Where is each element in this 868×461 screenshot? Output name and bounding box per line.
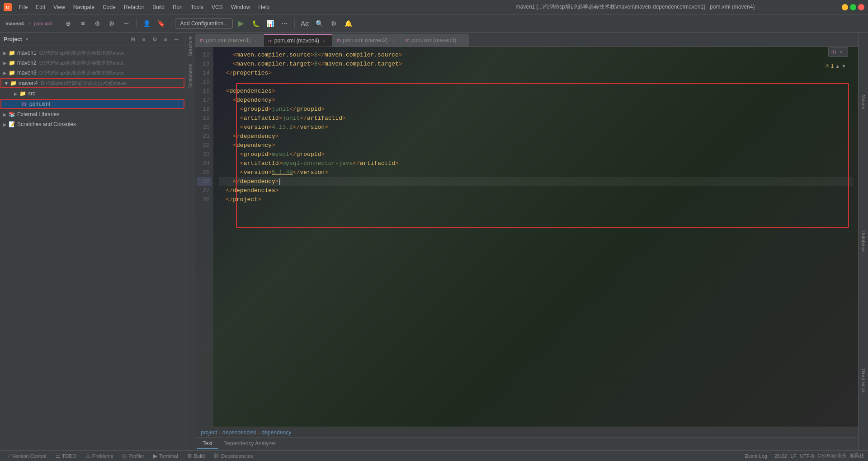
tab-overflow-btn[interactable]: ⋮ xyxy=(847,39,855,47)
toolbar-bookmark-btn[interactable]: 🔖 xyxy=(155,17,167,30)
sidebar-settings-btn[interactable]: ≡ xyxy=(160,34,170,44)
database-panel-tab[interactable]: Database xyxy=(859,172,868,311)
run-btn[interactable]: ▶ xyxy=(235,17,247,30)
close-btn[interactable] xyxy=(858,4,864,10)
line-num-13: 13 xyxy=(197,60,212,69)
line-num-17: 17 xyxy=(197,96,212,105)
dependencies-btn[interactable]: ⛓ Dependencies xyxy=(210,452,256,460)
event-log-btn[interactable]: Event Log xyxy=(741,452,771,460)
menu-code[interactable]: Code xyxy=(99,3,119,11)
tree-item-maven3[interactable]: ▶ 📁 maven3 D:\代码\hsp培训\必学必会技术栈\mave xyxy=(0,68,185,78)
toolbar-gear-btn[interactable]: ⚙ xyxy=(327,17,340,30)
toolbar-collapse-btn[interactable]: ≡ xyxy=(76,17,89,30)
line-ending[interactable]: LF xyxy=(791,453,797,459)
debug-btn[interactable]: 🐛 xyxy=(249,17,262,30)
toolbar-translate-btn[interactable]: Aα xyxy=(298,17,311,30)
menu-tools[interactable]: Tools xyxy=(187,3,207,11)
menu-build[interactable]: Build xyxy=(149,3,168,11)
tree-item-maven1[interactable]: ▶ 📁 maven1 D:\代码\hsp培训\必学必会技术栈\mave xyxy=(0,48,185,58)
code-editor[interactable]: <maven.compiler.source>8</maven.compiler… xyxy=(213,47,858,427)
tree-label-scratches: Scratches and Consoles xyxy=(17,121,76,127)
version-control-btn[interactable]: ⑂ Version Control xyxy=(4,452,50,460)
breadcrumb-dependency[interactable]: dependency xyxy=(262,429,291,436)
menu-help[interactable]: Help xyxy=(255,3,273,11)
toolbar-separator-4 xyxy=(294,19,295,28)
minimize-btn[interactable] xyxy=(842,4,848,10)
bookmarks-panel-tab[interactable]: Bookmarks xyxy=(186,60,195,92)
toolbar-filter-btn[interactable]: ⚙ xyxy=(91,17,104,30)
breadcrumb-sep-1: › xyxy=(219,429,221,436)
titlebar: IJ File Edit View Navigate Code Refactor… xyxy=(0,0,868,14)
build-btn[interactable]: ⚙ Build xyxy=(184,452,208,460)
breadcrumb-dependencies[interactable]: dependencies xyxy=(222,429,256,436)
tab-maven3-pom[interactable]: m pom.xml (maven3) × xyxy=(401,34,470,47)
tab-maven2-pom[interactable]: m pom.xml (maven2) × xyxy=(332,34,401,47)
maven-notification: m × xyxy=(828,47,848,57)
encoding[interactable]: UTF-8 xyxy=(800,453,814,459)
structure-panel-tab[interactable]: Structure xyxy=(186,33,195,60)
toolbar-profile-btn[interactable]: 👤 xyxy=(140,17,153,30)
line-num-16: 16 xyxy=(197,87,212,96)
word-book-panel-tab[interactable]: Word Book xyxy=(859,311,868,450)
tab-maven4-pom[interactable]: m pom.xml (maven4) × xyxy=(264,34,333,47)
toolbar-more-btn[interactable]: ⋯ xyxy=(278,17,291,30)
menu-navigate[interactable]: Navigate xyxy=(70,3,98,11)
tab-close-maven4[interactable]: × xyxy=(321,38,327,44)
toolbar-new-btn[interactable]: ⊕ xyxy=(62,17,75,30)
tab-maven1-pom[interactable]: m pom.xml (maven1) × xyxy=(195,34,264,47)
menu-edit[interactable]: Edit xyxy=(32,3,49,11)
code-line-16: <dependencies> xyxy=(219,87,853,96)
tab-close-maven3[interactable]: × xyxy=(458,37,464,43)
menu-view[interactable]: View xyxy=(50,3,69,11)
run-config-selector[interactable]: Add Configuration... xyxy=(175,18,233,29)
cursor-position[interactable]: 26:22 xyxy=(774,453,787,459)
code-line-27: </dependencies> xyxy=(219,186,853,195)
folder-icon-maven2: 📁 xyxy=(8,59,15,66)
terminal-btn[interactable]: ▶ Terminal xyxy=(150,452,182,460)
profiler-icon: ◎ xyxy=(122,453,127,459)
maximize-btn[interactable] xyxy=(850,4,856,10)
menu-vcs[interactable]: VCS xyxy=(208,3,226,11)
bottom-tab-text[interactable]: Text xyxy=(197,438,218,449)
profiler-btn[interactable]: ◎ Profiler xyxy=(118,452,148,460)
warning-icon: ⚠ xyxy=(825,63,830,69)
menu-window[interactable]: Window xyxy=(227,3,254,11)
code-line-12: <maven.compiler.source>8</maven.compiler… xyxy=(219,51,853,60)
sidebar-collapse-all-btn[interactable]: ⊞ xyxy=(128,34,138,44)
tree-item-ext-lib[interactable]: ▶ 📚 External Libraries xyxy=(0,109,185,119)
maven-notification-label: m xyxy=(831,49,836,55)
menu-run[interactable]: Run xyxy=(169,3,186,11)
sidebar-filter-btn[interactable]: ⚙ xyxy=(150,34,160,44)
menu-refactor[interactable]: Refactor xyxy=(120,3,148,11)
maven-panel-tab[interactable]: Maven xyxy=(859,33,868,172)
tree-item-maven4[interactable]: ▼ 📁 maven4 D:\代码\hsp培训\必学必会技术栈\mave xyxy=(0,78,184,88)
sidebar-hide-btn[interactable]: ─ xyxy=(171,34,181,44)
tab-icon-maven3: m xyxy=(406,38,410,43)
status-bar: ⑂ Version Control ☰ TODO ⚠ Problems ◎ Pr… xyxy=(0,450,868,461)
maven-notification-close[interactable]: × xyxy=(838,48,845,56)
toolbar-notification-btn[interactable]: 🔔 xyxy=(342,17,354,30)
todo-btn[interactable]: ☰ TODO xyxy=(52,452,80,460)
tree-item-src[interactable]: ▶ 📁 src xyxy=(0,89,185,99)
tree-item-scratches[interactable]: ▶ 📝 Scratches and Consoles xyxy=(0,119,185,129)
warning-nav-up[interactable]: ▲ xyxy=(835,63,840,69)
warning-indicator[interactable]: ⚠ 1 ▲ ▼ xyxy=(823,62,848,70)
menu-file[interactable]: File xyxy=(15,3,31,11)
sidebar-dropdown-icon[interactable]: ▾ xyxy=(26,37,28,42)
tree-item-pom-xml[interactable]: ▶ m pom.xml xyxy=(0,99,184,109)
tree-item-maven2[interactable]: ▶ 📁 maven2 D:\代码\hsp培训\必学必会技术栈\mave xyxy=(0,58,185,68)
toolbar-settings-btn[interactable]: ⚙ xyxy=(105,17,118,30)
warning-nav-down[interactable]: ▼ xyxy=(841,63,846,69)
run-with-coverage-btn[interactable]: 📊 xyxy=(264,17,276,30)
tab-label-maven3: pom.xml (maven3) xyxy=(411,37,456,43)
line-num-25: 25 xyxy=(197,168,212,177)
line-numbers: 12 13 14 15 16 17 18 19 20 21 22 23 24 2… xyxy=(195,47,213,427)
problems-btn[interactable]: ⚠ Problems xyxy=(82,452,117,460)
tab-close-maven1[interactable]: × xyxy=(253,37,259,43)
toolbar-search-btn[interactable]: 🔍 xyxy=(313,17,326,30)
tab-close-maven2[interactable]: × xyxy=(390,37,396,43)
breadcrumb-project[interactable]: project xyxy=(201,429,217,436)
bottom-tab-dependency-analyzer[interactable]: Dependency Analyzer xyxy=(218,438,282,449)
toolbar-minimize-panel-btn[interactable]: ─ xyxy=(120,17,132,30)
sidebar-expand-all-btn[interactable]: ≡ xyxy=(139,34,149,44)
